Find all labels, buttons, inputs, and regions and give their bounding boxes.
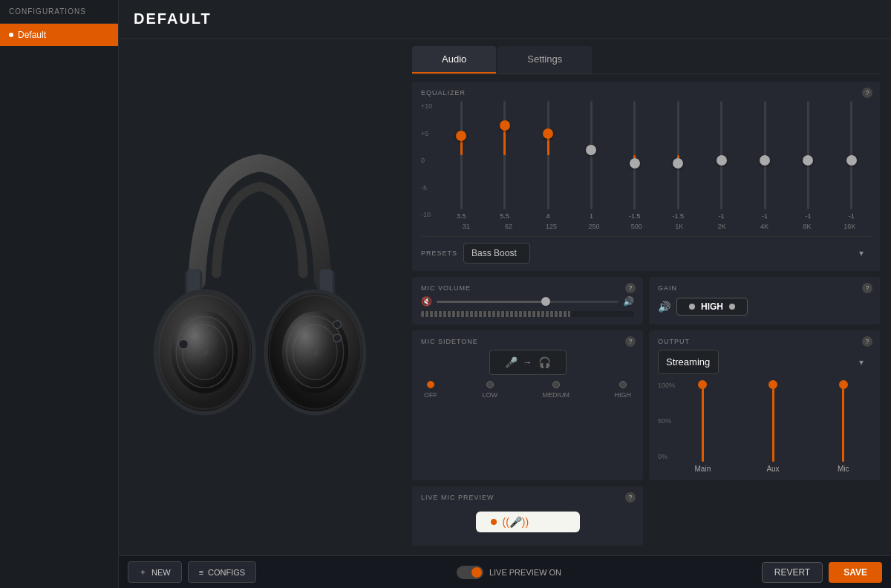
eq-thumb-1K[interactable] (673, 158, 683, 169)
mixer-thumb-aux[interactable] (768, 380, 777, 389)
eq-val-250: 1 (590, 212, 593, 220)
eq-track-31[interactable] (460, 101, 463, 209)
eq-slider-500[interactable]: -1.5 (616, 101, 654, 220)
eq-slider-31[interactable]: 3.5 (442, 101, 480, 220)
mixer-label-aux: Aux (766, 465, 779, 473)
eq-val-500: -1.5 (629, 212, 641, 220)
mic-level-fill (421, 311, 570, 317)
eq-thumb-31[interactable] (456, 131, 466, 141)
output-mixer: 100% 50% 0% Main (658, 380, 871, 473)
eq-freq-label-4K: 4K (743, 223, 786, 230)
sidetone-label-medium: MEDIUM (542, 391, 569, 399)
eq-slider-2K[interactable]: -1 (702, 101, 740, 220)
sidetone-dot-low (486, 381, 494, 388)
presets-select[interactable]: Bass Boost Flat Treble Boost Gaming (463, 243, 530, 264)
eq-thumb-125[interactable] (543, 128, 553, 139)
sidetone-box: 🎤 → 🎧 (489, 350, 567, 375)
sidetone-dot-medium (552, 381, 560, 388)
sidetone-headphone-icon: 🎧 (538, 356, 551, 368)
eq-label: EQUALIZER (421, 89, 871, 97)
eq-val-62: 5.5 (500, 212, 509, 220)
eq-thumb-500[interactable] (630, 158, 640, 169)
eq-thumb-2K[interactable] (717, 155, 727, 166)
eq-track-500[interactable] (633, 101, 636, 209)
mic-vol-help[interactable]: ? (625, 283, 636, 293)
mixer-thumb-mic[interactable] (839, 380, 848, 389)
eq-thumb-8K[interactable] (803, 155, 813, 166)
output-label: OUTPUT (658, 338, 871, 345)
live-mic-help[interactable]: ? (625, 492, 636, 503)
active-dot (9, 33, 13, 37)
revert-button[interactable]: REVERT (762, 562, 823, 583)
eq-thumb-62[interactable] (500, 120, 510, 131)
eq-val-8K: -1 (805, 212, 811, 220)
sidetone-help[interactable]: ? (625, 336, 636, 347)
tab-bar: Audio Settings (412, 46, 880, 74)
save-button[interactable]: SAVE (829, 562, 882, 583)
eq-track-2K[interactable] (720, 101, 722, 209)
eq-track-125[interactable] (547, 101, 549, 209)
eq-track-16K[interactable] (850, 101, 852, 209)
eq-freq-label-62: 62 (487, 223, 529, 230)
sidetone-label: MIC SIDETONE (421, 338, 634, 345)
mixer-label-mic: Mic (838, 465, 849, 473)
mic-vol-label: MIC VOLUME (421, 284, 634, 292)
eq-slider-125[interactable]: 4 (529, 101, 567, 220)
gain-section: GAIN ? 🔊 HIGH (649, 277, 880, 324)
gain-badge[interactable]: HIGH (676, 298, 748, 316)
eq-track-8K[interactable] (807, 101, 809, 209)
eq-slider-4K[interactable]: -1 (745, 101, 784, 220)
eq-track-250[interactable] (590, 101, 593, 209)
gain-speaker-icon: 🔊 (658, 301, 670, 313)
eq-freq-label-500: 500 (616, 223, 658, 230)
mixer-fill-main (702, 385, 704, 463)
eq-thumb-250[interactable] (586, 145, 596, 155)
sidetone-low[interactable]: LOW (482, 381, 497, 399)
mic-volume-thumb[interactable] (541, 297, 550, 306)
tab-audio[interactable]: Audio (412, 46, 496, 74)
live-preview-toggle[interactable] (457, 566, 483, 579)
preview-box[interactable]: ((🎤)) (476, 512, 580, 532)
gain-help[interactable]: ? (862, 283, 872, 293)
eq-thumb-16K[interactable] (846, 155, 857, 166)
eq-val-2K: -1 (719, 212, 725, 220)
mixer-track-main[interactable] (702, 380, 704, 462)
eq-help[interactable]: ? (862, 88, 872, 98)
sidetone-high[interactable]: HIGH (614, 381, 631, 399)
sidetone-off[interactable]: OFF (424, 381, 437, 399)
presets-select-wrapper: Bass Boost Flat Treble Boost Gaming (463, 243, 871, 264)
sidetone-label-low: LOW (482, 391, 497, 399)
configs-button[interactable]: ≡ CONFIGS (188, 561, 257, 583)
eq-slider-250[interactable]: 1 (572, 101, 610, 220)
live-preview-status: LIVE PREVIEW ON (489, 568, 561, 577)
output-select[interactable]: Streaming Chat Game (658, 350, 719, 374)
live-mic-preview-label: LIVE MIC PREVIEW (421, 494, 634, 501)
svg-point-15 (312, 349, 319, 356)
mixer-label-main: Main (695, 465, 711, 473)
mixer-track-aux[interactable] (772, 380, 774, 462)
new-button[interactable]: ＋ NEW (128, 561, 182, 583)
eq-slider-1K[interactable]: -1.5 (659, 101, 697, 220)
eq-track-1K[interactable] (677, 101, 679, 209)
mic-volume-fill (437, 301, 546, 303)
tab-settings[interactable]: Settings (497, 46, 592, 74)
output-help[interactable]: ? (862, 336, 872, 347)
eq-track-4K[interactable] (764, 101, 766, 209)
mixer-thumb-main[interactable] (698, 380, 707, 389)
sidetone-medium[interactable]: MEDIUM (542, 381, 569, 399)
sidebar-item-label: Default (18, 30, 46, 40)
mic-level-bar (421, 311, 634, 317)
eq-track-62[interactable] (503, 101, 506, 209)
eq-slider-62[interactable]: 5.5 (485, 101, 523, 220)
eq-slider-8K[interactable]: -1 (789, 101, 827, 220)
mic-volume-track[interactable] (437, 301, 619, 303)
eq-slider-16K[interactable]: -1 (832, 101, 871, 220)
bottom-left: ＋ NEW ≡ CONFIGS (128, 561, 256, 583)
sidetone-arrow-icon: → (523, 357, 532, 368)
page-title: DEFAULT (119, 0, 891, 39)
sidebar-item-default[interactable]: Default (0, 24, 118, 46)
gain-label: GAIN (658, 284, 871, 292)
mixer-channel-main: Main (675, 380, 731, 473)
eq-thumb-4K[interactable] (760, 155, 770, 166)
mixer-track-mic[interactable] (842, 380, 844, 462)
